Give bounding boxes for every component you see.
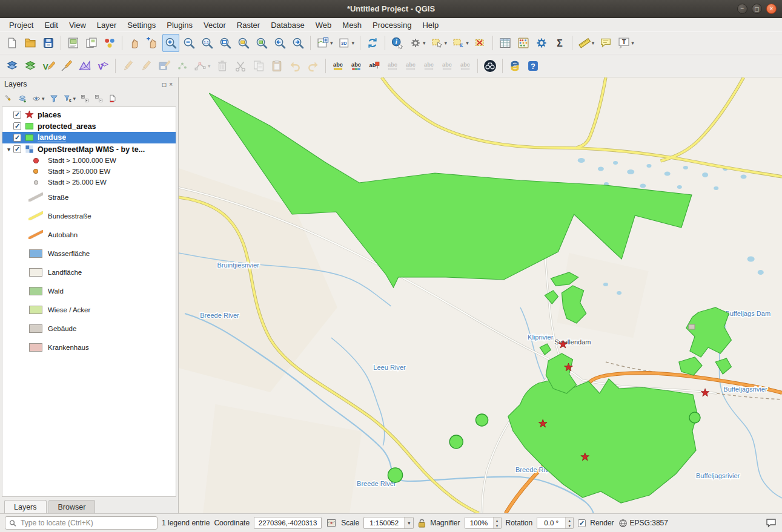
zoom-to-layer-button[interactable]: [253, 34, 270, 52]
zoom-out-button[interactable]: [181, 34, 197, 52]
layer-visibility-checkbox[interactable]: ✓: [13, 145, 21, 153]
zoom-native-button[interactable]: 1:1: [199, 34, 216, 52]
magnifier-input[interactable]: [465, 517, 493, 528]
open-attribute-table-button[interactable]: [497, 34, 514, 52]
menu-web[interactable]: Web: [310, 19, 337, 31]
layer-diagram-options-button[interactable]: abc: [348, 57, 365, 75]
scale-combo[interactable]: ▾: [363, 517, 414, 529]
rotation-spinbox[interactable]: ▴▾: [537, 517, 574, 529]
select-by-expression-button[interactable]: ε▾: [450, 34, 471, 52]
scale-dropdown-icon[interactable]: ▾: [404, 517, 413, 528]
menu-mesh[interactable]: Mesh: [337, 19, 367, 31]
add-group-button[interactable]: [16, 93, 28, 105]
open-layer-styling-panel-button[interactable]: [2, 93, 15, 105]
filter-legend-button[interactable]: [48, 93, 60, 105]
rotation-spin-arrows[interactable]: ▴▾: [565, 517, 573, 528]
layer-visibility-checkbox[interactable]: ✓: [13, 122, 21, 130]
filter-legend-by-expression-button[interactable]: ε▾: [62, 93, 78, 105]
pan-to-selection-button[interactable]: [144, 34, 161, 52]
window-close-button[interactable]: ×: [766, 4, 777, 14]
new-virtual-layer-button[interactable]: V: [94, 57, 111, 75]
text-annotation-button[interactable]: T▾: [615, 34, 636, 52]
zoom-next-button[interactable]: [290, 34, 307, 52]
new-shapefile-layer-button[interactable]: V: [40, 57, 57, 75]
zoom-last-button[interactable]: [271, 34, 288, 52]
refresh-map-button[interactable]: [364, 34, 381, 52]
deselect-features-button[interactable]: [472, 34, 489, 52]
menu-plugins[interactable]: Plugins: [161, 19, 198, 31]
new-geopackage-layer-button[interactable]: [22, 57, 39, 75]
pin-unpin-labels-button[interactable]: ab: [366, 57, 383, 75]
python-console-button[interactable]: [506, 57, 523, 75]
magnifier-spin-arrows[interactable]: ▴▾: [493, 517, 501, 528]
menu-processing[interactable]: Processing: [367, 19, 417, 31]
zoom-in-button[interactable]: [162, 34, 179, 52]
menu-project[interactable]: Project: [4, 19, 39, 31]
statistical-summary-button[interactable]: Σ: [551, 34, 568, 52]
messages-button[interactable]: [765, 517, 777, 528]
rotation-input[interactable]: [537, 517, 565, 528]
save-project-button[interactable]: [40, 34, 57, 52]
open-data-source-manager-button[interactable]: [4, 57, 21, 75]
spin-down-icon[interactable]: ▾: [566, 523, 573, 528]
run-feature-action-button[interactable]: ▾: [407, 34, 428, 52]
spin-up-icon[interactable]: ▴: [566, 517, 573, 523]
spin-up-icon[interactable]: ▴: [494, 517, 501, 523]
layer-labeling-options-button[interactable]: abc: [330, 57, 346, 75]
new-spatialite-layer-button[interactable]: [58, 57, 75, 75]
map-tips-button[interactable]: [597, 34, 614, 52]
pan-map-button[interactable]: [126, 34, 143, 52]
new-mesh-layer-button[interactable]: [76, 57, 93, 75]
select-features-button[interactable]: ▾: [429, 34, 449, 52]
menu-database[interactable]: Database: [265, 19, 310, 31]
expander-icon[interactable]: ▾: [4, 146, 13, 153]
new-project-button[interactable]: [4, 34, 21, 52]
show-layout-manager-button[interactable]: [83, 34, 100, 52]
close-panel-icon[interactable]: ×: [168, 81, 174, 88]
layer-visibility-checkbox[interactable]: ✓: [13, 134, 21, 142]
window-maximize-button[interactable]: ◻: [752, 4, 762, 14]
float-panel-icon[interactable]: ◻: [161, 81, 168, 88]
lock-scale-icon[interactable]: [418, 519, 426, 528]
menu-vector[interactable]: Vector: [198, 19, 231, 31]
window-minimize-button[interactable]: −: [737, 4, 747, 14]
layer-item-places[interactable]: ✓places: [2, 109, 176, 120]
manage-map-themes-button[interactable]: ▾: [30, 93, 46, 105]
menu-edit[interactable]: Edit: [39, 19, 63, 31]
zoom-to-selection-button[interactable]: [235, 34, 252, 52]
open-field-calculator-button[interactable]: [515, 34, 532, 52]
menu-layer[interactable]: Layer: [91, 19, 122, 31]
open-project-button[interactable]: [22, 34, 39, 52]
expand-all-button[interactable]: [79, 93, 91, 105]
menu-settings[interactable]: Settings: [122, 19, 161, 31]
new-map-view-button[interactable]: ▾: [314, 34, 335, 52]
layer-item-openstreetmap-wms-by-te[interactable]: ▾✓OpenStreetMap WMS - by te...: [2, 143, 176, 155]
zoom-full-button[interactable]: [217, 34, 234, 52]
magnifier-spinbox[interactable]: ▴▾: [465, 517, 502, 529]
menu-raster[interactable]: Raster: [231, 19, 265, 31]
new-print-layout-button[interactable]: [65, 34, 82, 52]
identify-features-button[interactable]: i: [389, 34, 406, 52]
scale-input[interactable]: [364, 519, 404, 527]
menu-view[interactable]: View: [64, 19, 91, 31]
panel-tab-layers[interactable]: Layers: [4, 500, 47, 513]
new-3d-map-view-button[interactable]: 3D▾: [336, 34, 357, 52]
collapse-all-button[interactable]: [93, 93, 105, 105]
titlebar[interactable]: *Untitled Project - QGIS −◻×: [0, 0, 782, 18]
processing-toolbox-button[interactable]: [533, 34, 550, 52]
osm-place-search-button[interactable]: [482, 57, 499, 75]
help-contents-button[interactable]: ?: [525, 57, 542, 75]
render-checkbox[interactable]: ✓: [578, 519, 586, 527]
remove-layer-button[interactable]: [107, 93, 119, 105]
spin-down-icon[interactable]: ▾: [494, 523, 501, 528]
layer-visibility-checkbox[interactable]: ✓: [13, 111, 21, 119]
map-canvas[interactable]: BruintjiesrivierBreede RiverKliprivierLe…: [179, 77, 782, 513]
panel-tab-browser[interactable]: Browser: [48, 500, 96, 513]
locate-input[interactable]: [19, 518, 153, 528]
menu-help[interactable]: Help: [417, 19, 444, 31]
locate-box[interactable]: [5, 516, 157, 530]
coordinate-extents-toggle-button[interactable]: [326, 518, 337, 528]
style-manager-button[interactable]: [101, 34, 118, 52]
measure-line-button[interactable]: ▾: [576, 34, 597, 52]
layer-item-protected-areas[interactable]: ✓protected_areas: [2, 120, 176, 132]
